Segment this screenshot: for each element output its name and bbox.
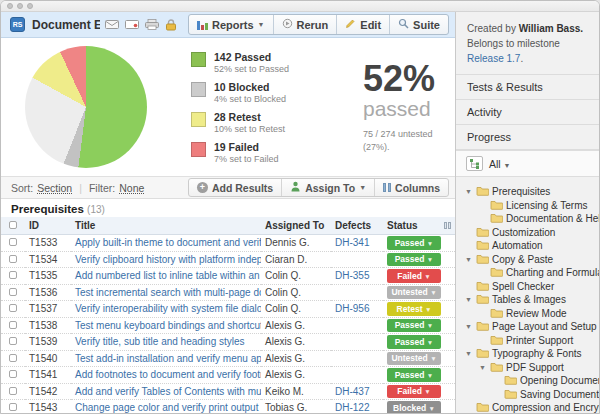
folder-icon xyxy=(476,239,489,252)
row-checkbox[interactable] xyxy=(9,403,17,411)
col-header-title[interactable]: Title xyxy=(71,217,261,235)
sidebar-tab-activity[interactable]: Activity xyxy=(456,99,599,124)
window-dot[interactable] xyxy=(27,3,33,9)
row-checkbox[interactable] xyxy=(9,304,17,312)
test-title-link[interactable]: Verify interoperability with system file… xyxy=(75,303,261,314)
row-checkbox[interactable] xyxy=(9,238,17,246)
status-badge[interactable]: Failed ▼ xyxy=(387,385,441,399)
defect-link[interactable]: DH-122 xyxy=(335,402,369,413)
legend-item: 10 Blocked 4% set to Blocked xyxy=(191,81,329,104)
row-checkbox[interactable] xyxy=(9,387,17,395)
status-badge[interactable]: Failed ▼ xyxy=(387,269,441,283)
tree-item-documentation-help[interactable]: Documentation & Help xyxy=(460,212,595,226)
tree-item-page-layout-and-setup[interactable]: ▼ Page Layout and Setup xyxy=(460,320,595,334)
status-badge[interactable]: Blocked ▼ xyxy=(387,401,441,413)
tree-filter-dropdown[interactable]: All ▼ xyxy=(489,158,511,170)
defect-link[interactable]: DH-437 xyxy=(335,386,369,397)
sidebar-tab-progress[interactable]: Progress xyxy=(456,124,599,150)
tree-item-copy-paste[interactable]: ▼ Copy & Paste xyxy=(460,253,595,267)
print-icon[interactable] xyxy=(145,19,159,30)
column-config-icon[interactable] xyxy=(444,222,451,229)
tree-item-typography-fonts[interactable]: ▼ Typography & Fonts xyxy=(460,347,595,361)
row-checkbox[interactable] xyxy=(9,321,17,329)
columns-button[interactable]: Columns xyxy=(374,179,448,196)
col-header-assigned[interactable]: Assigned To xyxy=(261,217,331,235)
chart-legend: 142 Passed 52% set to Passed 10 Blocked … xyxy=(191,51,329,164)
tree-item-compression-and-encryption[interactable]: Compression and Encryption xyxy=(460,401,595,413)
tree-item-review-mode[interactable]: Review Mode xyxy=(460,307,595,321)
tree-collapse-icon[interactable]: ▼ xyxy=(464,323,473,330)
milestone-link[interactable]: Release 1.7 xyxy=(467,53,520,64)
suite-button[interactable]: Suite xyxy=(389,15,448,34)
tree-item-prerequisites[interactable]: ▼ Prerequisites xyxy=(460,185,595,199)
tree-collapse-icon[interactable]: ▼ xyxy=(464,188,473,195)
sort-value-link[interactable]: Section xyxy=(37,182,72,194)
sidebar-tab-tests-results[interactable]: Tests & Results xyxy=(456,74,599,99)
status-badge[interactable]: Passed ▼ xyxy=(387,253,441,267)
rerun-button[interactable]: Rerun xyxy=(273,15,337,34)
tree-collapse-icon[interactable]: ▼ xyxy=(464,350,473,357)
window-dot[interactable] xyxy=(17,3,23,9)
tree-mode-button[interactable] xyxy=(466,156,483,171)
status-badge[interactable]: Untested ▼ xyxy=(387,286,441,300)
row-checkbox[interactable] xyxy=(9,288,17,296)
test-id: T1534 xyxy=(25,251,71,268)
tree-item-licensing-terms[interactable]: Licensing & Terms xyxy=(460,199,595,213)
status-badge[interactable]: Untested ▼ xyxy=(387,352,441,366)
col-header-status[interactable]: Status xyxy=(383,217,455,235)
legend-swatch xyxy=(191,142,206,157)
test-title-link[interactable]: Test incremental search with multi-page … xyxy=(75,287,261,298)
lock-icon[interactable] xyxy=(165,19,177,31)
defect-link[interactable]: DH-956 xyxy=(335,303,369,314)
tree-item-tables-images[interactable]: ▼ Tables & Images xyxy=(460,293,595,307)
tree-item-spell-checker[interactable]: Spell Checker xyxy=(460,280,595,294)
email-icon[interactable] xyxy=(105,19,119,30)
tree-item-pdf-support[interactable]: ▼ PDF Support xyxy=(460,361,595,375)
reports-button[interactable]: Reports▼ xyxy=(189,15,273,34)
tree-item-opening-documents[interactable]: Opening Documents xyxy=(460,374,595,388)
folder-icon xyxy=(504,374,517,387)
plus-icon: + xyxy=(197,182,208,193)
status-badge[interactable]: Passed ▼ xyxy=(387,368,441,382)
add-results-button[interactable]: + Add Results xyxy=(189,179,281,196)
folder-icon xyxy=(490,361,503,374)
filter-value-link[interactable]: None xyxy=(119,182,144,194)
status-badge[interactable]: Passed ▼ xyxy=(387,236,441,250)
window-titlebar[interactable] xyxy=(1,1,599,12)
test-title-link[interactable]: Change page color and verify print outpu… xyxy=(75,402,258,413)
tree-item-charting-and-formulas[interactable]: Charting and Formulas xyxy=(460,266,595,280)
test-title-link[interactable]: Test add-in installation and verify menu… xyxy=(75,353,261,364)
assign-to-button[interactable]: Assign To▼ xyxy=(281,179,374,196)
test-title-link[interactable]: Verify clipboard history with platform i… xyxy=(75,254,261,265)
status-badge[interactable]: Passed ▼ xyxy=(387,319,441,333)
tree-collapse-icon[interactable]: ▼ xyxy=(478,364,487,371)
tree-collapse-icon[interactable]: ▼ xyxy=(464,256,473,263)
test-title-link[interactable]: Verify title, sub title and heading styl… xyxy=(75,336,245,347)
row-checkbox[interactable] xyxy=(9,354,17,362)
screen-icon[interactable] xyxy=(125,19,139,30)
test-title-link[interactable]: Apply built-in theme to document and ver… xyxy=(75,237,261,248)
tree-item-automation[interactable]: Automation xyxy=(460,239,595,253)
row-checkbox[interactable] xyxy=(9,337,17,345)
test-title-link[interactable]: Add footnotes to document and verify foo… xyxy=(75,369,261,380)
tree-collapse-icon[interactable]: ▼ xyxy=(464,296,473,303)
row-checkbox[interactable] xyxy=(9,255,17,263)
tree-item-saving-documents[interactable]: Saving Documents xyxy=(460,388,595,402)
filter-label: Filter: xyxy=(89,182,115,194)
status-badge[interactable]: Passed ▼ xyxy=(387,335,441,349)
status-badge[interactable]: Retest ▼ xyxy=(387,302,441,316)
test-title-link[interactable]: Add and verify Tables of Contents with m… xyxy=(75,386,261,397)
col-header-id[interactable]: ID xyxy=(25,217,71,235)
test-title-link[interactable]: Add numbered list to inline table within… xyxy=(75,270,261,281)
window-dot[interactable] xyxy=(7,3,13,9)
tree-item-printer-support[interactable]: Printer Support xyxy=(460,334,595,348)
select-all-checkbox[interactable] xyxy=(9,221,17,229)
row-checkbox[interactable] xyxy=(9,271,17,279)
col-header-defects[interactable]: Defects xyxy=(331,217,383,235)
defect-link[interactable]: DH-341 xyxy=(335,237,369,248)
edit-button[interactable]: Edit xyxy=(336,15,389,34)
defect-link[interactable]: DH-355 xyxy=(335,270,369,281)
tree-item-customization[interactable]: Customization xyxy=(460,226,595,240)
test-title-link[interactable]: Test menu keyboard bindings and shortcut… xyxy=(75,320,261,331)
row-checkbox[interactable] xyxy=(9,370,17,378)
